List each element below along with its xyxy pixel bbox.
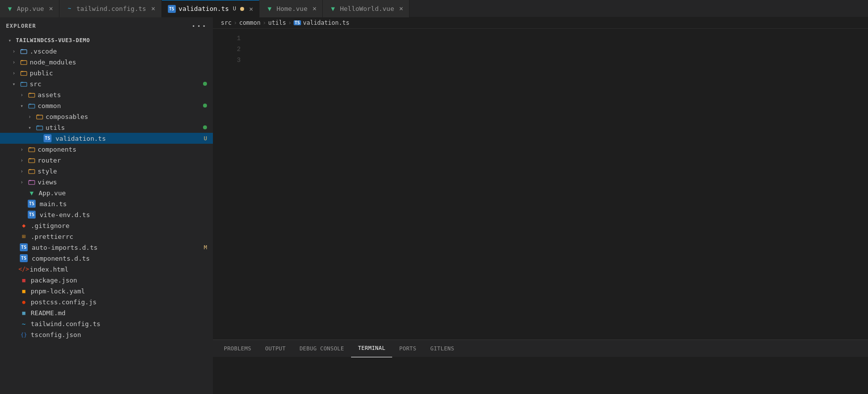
breadcrumb-common[interactable]: common: [239, 19, 260, 26]
item-label: src: [30, 80, 41, 88]
ts-file-icon: TS: [20, 254, 28, 262]
item-label: tailwind.config.ts: [31, 320, 101, 328]
sidebar-item-assets[interactable]: assets: [0, 89, 213, 100]
ts-file-icon: TS: [44, 134, 51, 142]
sidebar-item-components-d[interactable]: TS components.d.ts: [0, 253, 213, 264]
tab-tailwind-config[interactable]: ~ tailwind.config.ts ×: [59, 0, 161, 17]
tab-close-icon[interactable]: ×: [249, 5, 253, 13]
project-root[interactable]: TAILWINDCSS-VUE3-DEMO: [0, 35, 213, 46]
sidebar-item-auto-imports[interactable]: TS auto-imports.d.ts M: [0, 242, 213, 253]
sidebar-item-node-modules[interactable]: node_modules: [0, 56, 213, 67]
ts-file-icon: TS: [20, 243, 28, 251]
sidebar-header: Explorer ···: [0, 17, 213, 35]
panel-content[interactable]: [213, 357, 868, 394]
panel-tab-terminal[interactable]: TERMINAL: [351, 340, 392, 357]
tab-close-icon[interactable]: ×: [151, 4, 155, 12]
tab-close-icon[interactable]: ×: [312, 4, 316, 12]
tab-app-vue[interactable]: ▼ App.vue ×: [0, 0, 59, 17]
sidebar-item-public[interactable]: public: [0, 67, 213, 78]
more-actions-button[interactable]: ···: [191, 21, 207, 31]
breadcrumb-src[interactable]: src: [221, 19, 232, 26]
sidebar-item-common[interactable]: common: [0, 100, 213, 111]
sidebar-item-validation-ts[interactable]: TS validation.ts U: [0, 133, 213, 144]
item-label: App.vue: [39, 189, 66, 197]
item-label: main.ts: [40, 200, 67, 208]
gitignore-icon: ◆: [20, 222, 28, 229]
panel-tab-ports[interactable]: PORTS: [392, 340, 423, 357]
folder-open-icon: [20, 80, 28, 88]
tailwind-icon: ~: [20, 320, 28, 328]
item-label: composables: [46, 113, 88, 120]
sidebar-item-tsconfig[interactable]: {} tsconfig.json: [0, 329, 213, 340]
sidebar-item-main-ts[interactable]: TS main.ts: [0, 198, 213, 209]
sidebar-item-prettierrc[interactable]: ⊞ .prettierrc: [0, 231, 213, 242]
sidebar-item-gitignore[interactable]: ◆ .gitignore: [0, 220, 213, 231]
svg-rect-11: [29, 104, 35, 108]
sidebar-item-router[interactable]: router: [0, 155, 213, 166]
sidebar-item-vscode[interactable]: .vscode: [0, 46, 213, 56]
sidebar-item-views[interactable]: views: [0, 176, 213, 187]
item-label: components: [38, 146, 76, 153]
breadcrumb-sep: ›: [234, 19, 237, 26]
folder-icon: [20, 69, 28, 77]
chevron-icon: [18, 178, 26, 186]
vue-file-icon: ▼: [28, 189, 36, 197]
panel-tab-debug-console[interactable]: DEBUG CONSOLE: [293, 340, 351, 357]
sidebar-item-app-vue[interactable]: ▼ App.vue: [0, 187, 213, 198]
code-editor[interactable]: 1 2 3: [213, 29, 868, 339]
sidebar-item-readme[interactable]: ■ README.md: [0, 307, 213, 318]
folder-open-icon: [36, 123, 44, 131]
item-label: public: [30, 69, 53, 77]
breadcrumb-file[interactable]: validation.ts: [303, 19, 350, 26]
vue-icon: ▼: [6, 4, 14, 12]
item-label: router: [38, 157, 61, 164]
tab-label: tailwind.config.ts: [76, 5, 146, 12]
sidebar-item-src[interactable]: src: [0, 78, 213, 89]
sidebar-item-index-html[interactable]: </> index.html: [0, 264, 213, 275]
sidebar-item-tailwind-config[interactable]: ~ tailwind.config.ts: [0, 318, 213, 329]
chevron-icon: [18, 167, 26, 175]
tab-helloworld-vue[interactable]: ▼ HelloWorld.vue ×: [323, 0, 409, 17]
line-number: 1: [221, 35, 241, 42]
views-icon: [28, 178, 36, 186]
sidebar-item-vite-env[interactable]: TS vite-env.d.ts: [0, 209, 213, 220]
breadcrumb-sep: ›: [262, 19, 266, 26]
ts-file-icon: TS: [28, 200, 36, 208]
tab-home-vue[interactable]: ▼ Home.vue ×: [259, 0, 323, 17]
tab-validation-ts[interactable]: TS validation.ts U ×: [162, 0, 260, 17]
item-label: validation.ts: [55, 135, 106, 142]
package-icon: ■: [20, 276, 28, 284]
sidebar-item-pnpm-lock[interactable]: ■ pnpm-lock.yaml: [0, 285, 213, 296]
code-line-3: 3: [213, 55, 868, 65]
item-label: components.d.ts: [32, 255, 90, 262]
panel-tab-gitlens[interactable]: GITLENS: [423, 340, 461, 357]
item-label: auto-imports.d.ts: [32, 244, 98, 251]
sidebar-item-style[interactable]: style: [0, 166, 213, 176]
folder-icon: [36, 113, 44, 120]
tab-label: HelloWorld.vue: [340, 5, 394, 12]
panel-tabs: PROBLEMS OUTPUT DEBUG CONSOLE TERMINAL P…: [213, 340, 868, 357]
sidebar-item-composables[interactable]: composables: [0, 111, 213, 122]
tab-close-icon[interactable]: ×: [399, 4, 403, 12]
svg-rect-19: [29, 159, 35, 163]
tab-label: validation.ts: [179, 5, 229, 12]
panel-tab-output[interactable]: OUTPUT: [258, 340, 293, 357]
folder-icon: [20, 47, 28, 55]
item-label: tsconfig.json: [31, 331, 81, 338]
sidebar-header-actions[interactable]: ···: [191, 21, 207, 31]
breadcrumb-utils[interactable]: utils: [268, 19, 286, 26]
item-label: node_modules: [30, 58, 76, 66]
svg-rect-3: [21, 60, 27, 64]
sidebar-item-package-json[interactable]: ■ package.json: [0, 275, 213, 285]
bottom-panel: PROBLEMS OUTPUT DEBUG CONSOLE TERMINAL P…: [213, 339, 868, 394]
readme-icon: ■: [20, 309, 28, 317]
sidebar-item-utils[interactable]: utils: [0, 122, 213, 133]
sidebar-item-postcss[interactable]: ● postcss.config.js: [0, 296, 213, 307]
folder-icon: [28, 145, 36, 153]
sidebar-item-components[interactable]: components: [0, 144, 213, 155]
html-icon: </>: [20, 265, 28, 273]
editor-area: src › common › utils › TS validation.ts …: [213, 17, 868, 394]
svg-rect-15: [37, 126, 43, 130]
panel-tab-problems[interactable]: PROBLEMS: [217, 340, 258, 357]
tab-close-icon[interactable]: ×: [49, 4, 53, 12]
